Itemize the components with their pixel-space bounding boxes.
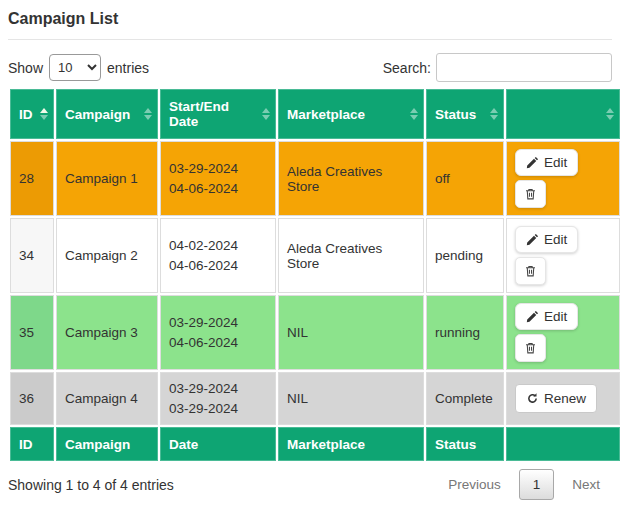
pencil-icon — [526, 233, 539, 246]
campaign-cell: Campaign 1 — [56, 141, 158, 216]
footer-column-status: Status — [426, 427, 504, 461]
footer-column-campaign: Campaign — [56, 427, 158, 461]
start-date: 03-29-2024 — [169, 313, 267, 333]
search-input[interactable] — [436, 53, 612, 82]
start-date: 04-02-2024 — [169, 236, 267, 256]
footer-column-id: ID — [10, 427, 54, 461]
pagination-previous-button[interactable]: Previous — [436, 471, 513, 498]
delete-button[interactable] — [515, 180, 546, 208]
status-cell: pending — [426, 218, 504, 293]
column-header-status[interactable]: Status — [426, 89, 504, 139]
id-cell: 35 — [10, 295, 54, 370]
campaign-cell: Campaign 4 — [56, 372, 158, 425]
column-header-label: Start/End Date — [169, 99, 229, 129]
id-cell: 34 — [10, 218, 54, 293]
search-control: Search: — [383, 53, 612, 82]
edit-button-label: Edit — [544, 309, 567, 324]
edit-button-label: Edit — [544, 155, 567, 170]
campaign-cell: Campaign 3 — [56, 295, 158, 370]
column-header-date[interactable]: Start/End Date — [160, 89, 276, 139]
entries-select[interactable]: 10 — [49, 54, 101, 81]
actions-cell: Renew — [506, 372, 620, 425]
table-row: 35 Campaign 3 03-29-2024 04-06-2024 NIL … — [10, 295, 620, 370]
edit-button[interactable]: Edit — [515, 149, 578, 176]
start-date: 03-29-2024 — [169, 159, 267, 179]
trash-icon — [524, 264, 537, 278]
date-cell: 03-29-2024 04-06-2024 — [160, 295, 276, 370]
trash-icon — [524, 341, 537, 355]
refresh-icon — [526, 392, 539, 405]
end-date: 03-29-2024 — [169, 399, 267, 419]
pagination-page-1-button[interactable]: 1 — [519, 469, 555, 500]
campaign-cell: Campaign 2 — [56, 218, 158, 293]
edit-button[interactable]: Edit — [515, 303, 578, 330]
date-cell: 04-02-2024 04-06-2024 — [160, 218, 276, 293]
table-row: 34 Campaign 2 04-02-2024 04-06-2024 Aled… — [10, 218, 620, 293]
column-header-label: Campaign — [65, 107, 130, 122]
end-date: 04-06-2024 — [169, 179, 267, 199]
actions-cell: Edit — [506, 218, 620, 293]
marketplace-cell: Aleda Creatives Store — [278, 218, 424, 293]
table-footer: Showing 1 to 4 of 4 entries Previous 1 N… — [8, 469, 612, 500]
id-cell: 36 — [10, 372, 54, 425]
status-cell: Complete — [426, 372, 504, 425]
renew-button[interactable]: Renew — [515, 384, 597, 413]
renew-button-label: Renew — [544, 391, 586, 406]
column-header-marketplace[interactable]: Marketplace — [278, 89, 424, 139]
trash-icon — [524, 187, 537, 201]
id-cell: 28 — [10, 141, 54, 216]
pencil-icon — [526, 156, 539, 169]
footer-column-actions — [506, 427, 620, 461]
sort-icon — [490, 108, 498, 120]
footer-header-row: ID Campaign Date Marketplace Status — [10, 427, 620, 461]
column-header-actions[interactable] — [506, 89, 620, 139]
campaign-table: ID Campaign Start/End Date Marketplace S… — [8, 87, 620, 463]
table-row: 28 Campaign 1 03-29-2024 04-06-2024 Aled… — [10, 141, 620, 216]
search-label: Search: — [383, 60, 431, 76]
column-header-label: Status — [435, 107, 476, 122]
table-controls: Show 10 entries Search: — [8, 53, 612, 82]
table-row: 36 Campaign 4 03-29-2024 03-29-2024 NIL … — [10, 372, 620, 425]
header-row: ID Campaign Start/End Date Marketplace S… — [10, 89, 620, 139]
pagination: Previous 1 Next — [436, 469, 612, 500]
actions-cell: Edit — [506, 141, 620, 216]
sort-icon — [262, 108, 270, 120]
edit-button[interactable]: Edit — [515, 226, 578, 253]
sort-icon — [606, 108, 614, 120]
column-header-label: ID — [19, 107, 33, 122]
date-cell: 03-29-2024 04-06-2024 — [160, 141, 276, 216]
edit-button-label: Edit — [544, 232, 567, 247]
start-date: 03-29-2024 — [169, 379, 267, 399]
status-cell: running — [426, 295, 504, 370]
delete-button[interactable] — [515, 257, 546, 285]
delete-button[interactable] — [515, 334, 546, 362]
marketplace-cell: NIL — [278, 295, 424, 370]
actions-cell: Edit — [506, 295, 620, 370]
pagination-next-button[interactable]: Next — [560, 471, 612, 498]
end-date: 04-06-2024 — [169, 256, 267, 276]
show-label: Show — [8, 60, 43, 76]
status-cell: off — [426, 141, 504, 216]
page-length-control: Show 10 entries — [8, 54, 149, 81]
entries-info: Showing 1 to 4 of 4 entries — [8, 477, 174, 493]
column-header-label: Marketplace — [287, 107, 365, 122]
footer-column-marketplace: Marketplace — [278, 427, 424, 461]
sort-icon — [410, 108, 418, 120]
sort-icon — [40, 108, 48, 120]
entries-label: entries — [107, 60, 149, 76]
column-header-id[interactable]: ID — [10, 89, 54, 139]
end-date: 04-06-2024 — [169, 333, 267, 353]
column-header-campaign[interactable]: Campaign — [56, 89, 158, 139]
divider — [8, 39, 612, 40]
marketplace-cell: Aleda Creatives Store — [278, 141, 424, 216]
sort-icon — [144, 108, 152, 120]
footer-column-date: Date — [160, 427, 276, 461]
marketplace-cell: NIL — [278, 372, 424, 425]
date-cell: 03-29-2024 03-29-2024 — [160, 372, 276, 425]
pencil-icon — [526, 310, 539, 323]
page-title: Campaign List — [8, 10, 612, 28]
